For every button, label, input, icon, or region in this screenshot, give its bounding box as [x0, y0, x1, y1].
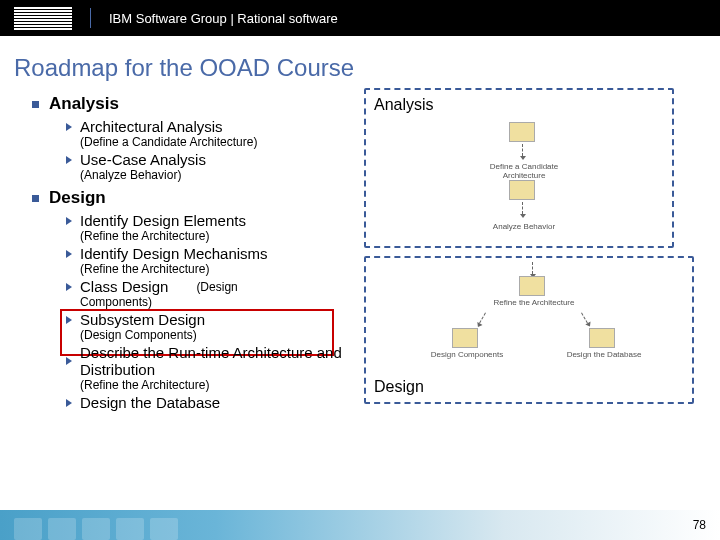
item-title-text: Use-Case Analysis — [80, 151, 206, 168]
item-title-text: Architectural Analysis — [80, 118, 223, 135]
footer-icon — [48, 518, 76, 540]
diagram-box-label: Design — [374, 378, 424, 396]
item-sub-text: (Design Components) — [80, 328, 354, 342]
item-title-text: Class Design — [80, 278, 168, 295]
slide-title: Roadmap for the OOAD Course — [0, 36, 720, 88]
item-title-text: Identify Design Mechanisms — [80, 245, 268, 262]
diagram-node-label: Refine the Architecture — [479, 298, 589, 307]
item-sub-text: Components) — [80, 295, 354, 309]
footer-icon — [116, 518, 144, 540]
bullet-triangle-icon — [66, 399, 72, 407]
item-sub-text: (Refine the Architecture) — [80, 262, 354, 276]
item-use-case-analysis: Use-Case Analysis (Analyze Behavior) — [66, 151, 354, 182]
footer-icon — [150, 518, 178, 540]
item-subsystem-design: Subsystem Design (Design Components) — [66, 311, 354, 342]
diagram-node-label: Design the Database — [549, 350, 659, 359]
activity-icon — [589, 328, 615, 348]
diagram-node-label: Design Components — [412, 350, 522, 359]
bullet-triangle-icon — [66, 316, 72, 324]
item-inline-sub: (Design — [196, 280, 237, 294]
page-number: 78 — [693, 518, 706, 532]
bullet-triangle-icon — [66, 156, 72, 164]
header-divider — [90, 8, 91, 28]
diagram-node-label: Analyze Behavior — [469, 222, 579, 231]
diagram-box-label: Analysis — [374, 96, 664, 114]
item-identify-design-elements: Identify Design Elements (Refine the Arc… — [66, 212, 354, 243]
bullet-triangle-icon — [66, 357, 72, 365]
bullet-triangle-icon — [66, 217, 72, 225]
item-design-database: Design the Database — [66, 394, 354, 411]
item-class-design: Class Design (Design Components) — [66, 278, 354, 309]
item-sub-text: (Analyze Behavior) — [80, 168, 354, 182]
activity-icon — [509, 180, 535, 200]
header-title: IBM Software Group | Rational software — [109, 11, 338, 26]
footer-icon — [14, 518, 42, 540]
activity-icon — [509, 122, 535, 142]
content-area: Analysis Architectural Analysis (Define … — [0, 88, 720, 411]
item-describe-runtime: Describe the Run-time Architecture and D… — [66, 344, 354, 392]
item-sub-text: (Refine the Architecture) — [80, 378, 354, 392]
diagram-node-label: Define a Candidate Architecture — [469, 162, 579, 180]
bullet-triangle-icon — [66, 250, 72, 258]
item-sub-text: (Define a Candidate Architecture) — [80, 135, 354, 149]
item-title-text: Subsystem Design — [80, 311, 205, 328]
item-identify-design-mechanisms: Identify Design Mechanisms (Refine the A… — [66, 245, 354, 276]
outline-column: Analysis Architectural Analysis (Define … — [14, 88, 354, 411]
bullet-triangle-icon — [66, 283, 72, 291]
diagram-analysis-box: Analysis Define a Candidate Architecture… — [364, 88, 674, 248]
footer-decorative-icons — [14, 510, 178, 540]
activity-icon — [519, 276, 545, 296]
section-analysis: Analysis — [32, 94, 354, 114]
section-design: Design — [32, 188, 354, 208]
item-sub-text: (Refine the Architecture) — [80, 229, 354, 243]
item-title-text: Identify Design Elements — [80, 212, 246, 229]
item-title-text: Design the Database — [80, 394, 220, 411]
section-heading: Analysis — [49, 94, 119, 114]
section-heading: Design — [49, 188, 106, 208]
slide-header: IBM Software Group | Rational software — [0, 0, 720, 36]
bullet-square-icon — [32, 101, 39, 108]
item-architectural-analysis: Architectural Analysis (Define a Candida… — [66, 118, 354, 149]
slide-footer: 78 — [0, 510, 720, 540]
bullet-square-icon — [32, 195, 39, 202]
item-title-text: Describe the Run-time Architecture and D… — [80, 344, 354, 378]
diagram-design-box: Refine the Architecture Design Component… — [364, 256, 694, 404]
footer-icon — [82, 518, 110, 540]
ibm-logo — [14, 7, 72, 30]
bullet-triangle-icon — [66, 123, 72, 131]
diagram-column: Analysis Define a Candidate Architecture… — [354, 88, 706, 411]
activity-icon — [452, 328, 478, 348]
